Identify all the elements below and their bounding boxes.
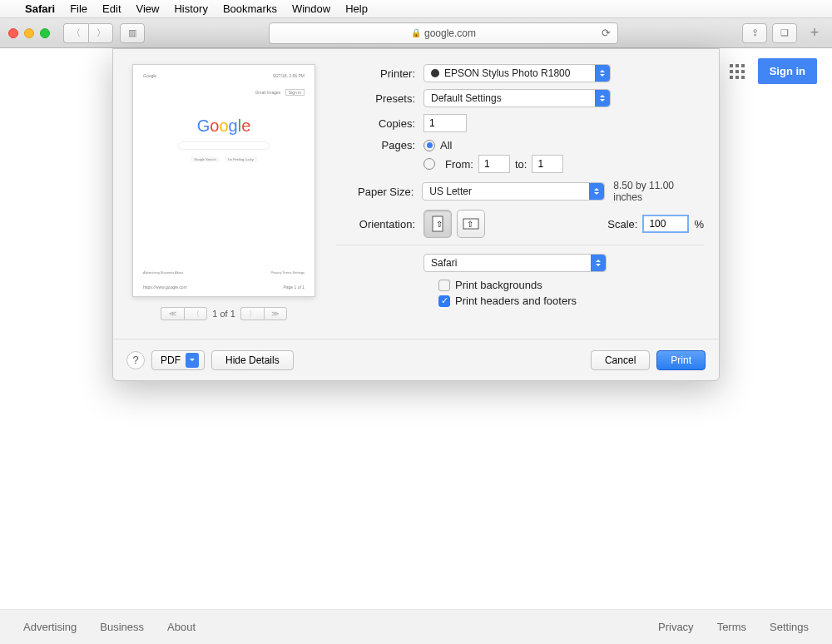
paper-size-select[interactable]: US Letter — [422, 182, 605, 201]
chevron-updown-icon — [591, 255, 606, 271]
first-page-button[interactable]: ≪ — [161, 307, 184, 320]
presets-value: Default Settings — [431, 92, 502, 104]
preview-gmail-images: Gmail Images — [255, 90, 280, 95]
print-preview-pane: Google 9/27/18, 2:56 PM Gmail Images Sig… — [128, 64, 319, 324]
menu-window[interactable]: Window — [292, 2, 330, 15]
orientation-landscape-button[interactable]: ⇧ — [457, 210, 485, 238]
print-button[interactable]: Print — [656, 350, 706, 370]
pages-to-label: to: — [515, 158, 527, 171]
footer-advertising[interactable]: Advertising — [23, 621, 77, 633]
menu-file[interactable]: File — [70, 2, 87, 15]
footer-privacy[interactable]: Privacy — [658, 621, 694, 633]
safari-toolbar: 〈 〉 ▥ 🔒 google.com ⟳ ⇪ ❏ + — [0, 18, 832, 48]
footer-about[interactable]: About — [167, 621, 196, 633]
chevron-updown-icon — [595, 65, 610, 82]
app-options-value: Safari — [431, 257, 457, 269]
paper-size-value: US Letter — [429, 186, 472, 197]
app-name[interactable]: Safari — [25, 2, 55, 15]
preview-search-box — [178, 141, 270, 150]
chevron-updown-icon — [595, 90, 610, 107]
nav-back-forward: 〈 〉 — [63, 23, 113, 43]
google-header-right: Sign in — [730, 58, 817, 84]
footer-settings[interactable]: Settings — [770, 621, 809, 633]
print-headers-footers-label: Print headers and footers — [455, 295, 577, 307]
scale-label: Scale: — [607, 218, 637, 230]
preview-header-right: 9/27/18, 2:56 PM — [273, 73, 305, 78]
printer-value: EPSON Stylus Photo R1800 — [444, 67, 570, 79]
scale-input[interactable] — [642, 215, 689, 233]
printer-select[interactable]: EPSON Stylus Photo R1800 — [423, 64, 611, 82]
cancel-button[interactable]: Cancel — [591, 350, 650, 370]
printer-label: Printer: — [336, 67, 415, 80]
prev-page-button[interactable]: 〈 — [184, 307, 207, 320]
preview-header-left: Google — [143, 73, 156, 78]
new-tab-button[interactable]: + — [805, 24, 824, 42]
menu-edit[interactable]: Edit — [102, 2, 121, 15]
close-window-icon[interactable] — [8, 28, 18, 38]
pages-range-radio[interactable] — [423, 158, 435, 170]
svg-text:⇧: ⇧ — [467, 220, 473, 229]
back-button[interactable]: 〈 — [63, 23, 88, 43]
print-preview-page: Google 9/27/18, 2:56 PM Gmail Images Sig… — [132, 64, 315, 297]
print-dialog: Google 9/27/18, 2:56 PM Gmail Images Sig… — [112, 48, 720, 381]
pdf-menu-button[interactable]: PDF — [151, 350, 205, 370]
print-backgrounds-label: Print backgrounds — [455, 279, 542, 291]
chevron-updown-icon — [589, 183, 604, 200]
orientation-label: Orientation: — [336, 218, 415, 230]
copies-label: Copies: — [336, 117, 415, 130]
tabs-button[interactable]: ❏ — [772, 23, 797, 43]
pages-from-label: From: — [445, 158, 473, 171]
menu-help[interactable]: Help — [345, 2, 368, 15]
url-text: google.com — [424, 27, 476, 39]
menu-bookmarks[interactable]: Bookmarks — [223, 2, 277, 15]
window-controls — [8, 28, 50, 38]
copies-input[interactable] — [423, 114, 467, 132]
google-apps-icon[interactable] — [730, 64, 745, 79]
forward-button[interactable]: 〉 — [88, 23, 113, 43]
footer-terms[interactable]: Terms — [717, 621, 746, 633]
help-button[interactable]: ? — [126, 351, 145, 369]
pages-all-label: All — [440, 139, 452, 151]
zoom-window-icon[interactable] — [40, 28, 50, 38]
presets-label: Presets: — [336, 92, 415, 105]
presets-select[interactable]: Default Settings — [423, 89, 611, 107]
hide-details-button[interactable]: Hide Details — [211, 350, 294, 370]
preview-search-buttons: Google Search I'm Feeling Lucky — [191, 156, 257, 162]
menu-view[interactable]: View — [136, 2, 160, 15]
preview-footer-links-left: Advertising Business About — [143, 270, 183, 275]
footer-business[interactable]: Business — [100, 621, 144, 633]
printer-status-icon — [431, 69, 439, 77]
print-backgrounds-checkbox[interactable] — [438, 280, 450, 291]
divider — [336, 245, 704, 245]
app-options-select[interactable]: Safari — [423, 254, 607, 272]
google-footer: Advertising Business About Privacy Terms… — [0, 609, 832, 644]
preview-url: https://www.google.com — [143, 285, 187, 290]
pages-to-input[interactable] — [532, 155, 563, 173]
next-page-button[interactable]: 〉 — [240, 307, 264, 320]
lock-icon: 🔒 — [411, 28, 421, 37]
last-page-button[interactable]: ≫ — [264, 307, 287, 320]
signin-button[interactable]: Sign in — [758, 58, 817, 84]
pages-label: Pages: — [336, 139, 415, 151]
svg-text:⇧: ⇧ — [436, 220, 443, 229]
preview-pager: ≪ 〈 1 of 1 〉 ≫ — [161, 307, 287, 320]
minimize-window-icon[interactable] — [24, 28, 34, 38]
orientation-portrait-button[interactable]: ⇧ — [423, 210, 452, 238]
reload-icon[interactable]: ⟳ — [602, 27, 611, 39]
print-headers-footers-checkbox[interactable]: ✓ — [438, 295, 450, 307]
paper-dimensions: 8.50 by 11.00 inches — [613, 180, 704, 203]
address-bar[interactable]: 🔒 google.com ⟳ — [269, 22, 618, 44]
pages-all-radio[interactable] — [423, 140, 435, 151]
menu-history[interactable]: History — [174, 2, 207, 15]
landscape-icon: ⇧ — [462, 216, 480, 231]
chevron-down-icon — [186, 353, 199, 368]
macos-menubar: Safari File Edit View History Bookmarks … — [0, 0, 832, 18]
print-dialog-footer: ? PDF Hide Details Cancel Print — [113, 339, 719, 380]
pages-from-input[interactable] — [478, 155, 510, 173]
portrait-icon: ⇧ — [430, 215, 445, 233]
sidebar-button[interactable]: ▥ — [120, 23, 145, 43]
preview-page-counter: Page 1 of 1 — [283, 285, 305, 290]
share-button[interactable]: ⇪ — [742, 23, 767, 43]
pdf-label: PDF — [161, 354, 181, 366]
preview-google-logo: Google — [133, 116, 314, 136]
